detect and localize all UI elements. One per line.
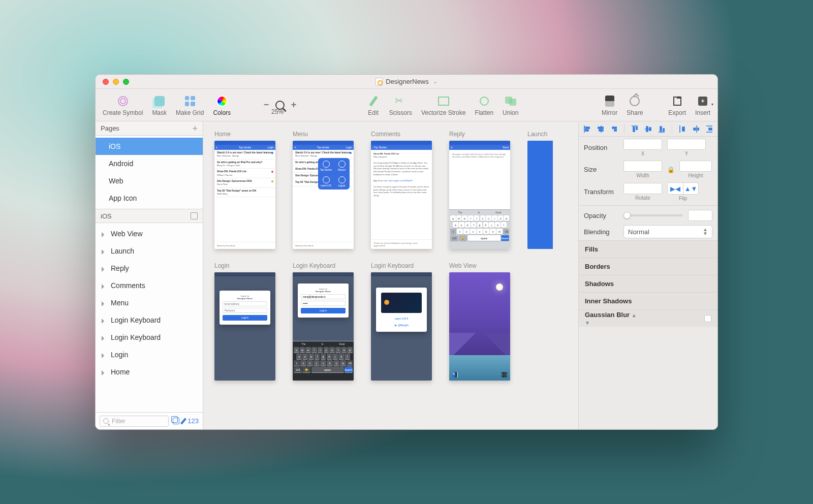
position-y-input[interactable] [667, 139, 706, 150]
borders-section[interactable]: Borders [579, 258, 717, 275]
layer-item[interactable]: Reply [96, 260, 203, 277]
layer-item[interactable]: Home [96, 363, 203, 381]
edit-button[interactable]: Edit [367, 94, 380, 116]
layer-item[interactable]: Menu [96, 294, 203, 311]
transform-label: Transform [584, 188, 618, 196]
artboard-web-view[interactable]: Web View ✕ ‹› [449, 262, 510, 381]
vectorize-button[interactable]: Vectorize Stroke [421, 94, 465, 116]
colors-button[interactable]: Colors [213, 94, 231, 116]
zoom-control: − + [261, 100, 299, 110]
artboard-label: Login [214, 262, 275, 269]
gaussian-blur-section[interactable]: Gaussian Blur ▲▼ [579, 309, 717, 327]
height-input[interactable] [679, 161, 712, 172]
distribute-v-spacing-icon[interactable] [693, 125, 699, 133]
position-x-input[interactable] [623, 139, 662, 150]
zoom-in-button[interactable]: + [289, 100, 299, 110]
inner-shadows-section[interactable]: Inner Shadows [579, 292, 717, 309]
opacity-slider[interactable] [623, 214, 683, 216]
zoom-percent[interactable]: 25% [271, 109, 284, 115]
artboard-label: Login Keyboard [293, 262, 354, 269]
zoom-out-button[interactable]: − [261, 100, 271, 110]
align-right-icon[interactable] [611, 125, 617, 133]
layer-item[interactable]: Web View [96, 225, 203, 242]
pencil-icon [369, 96, 378, 106]
svg-rect-23 [698, 128, 699, 130]
artboard-label: Login Keyboard [371, 262, 432, 269]
export-button[interactable]: Export [668, 94, 686, 116]
artboard-comments[interactable]: Comments ‹ Top Stories Show DN: Panda iO… [371, 131, 432, 249]
colors-icon [216, 96, 228, 107]
opacity-input[interactable] [688, 210, 712, 221]
flip-vertical-button[interactable]: ▲▼ [683, 183, 698, 194]
align-top-icon[interactable] [632, 125, 638, 133]
artboard-icon[interactable] [191, 212, 198, 219]
page-item-android[interactable]: Android [96, 155, 203, 172]
shadows-section[interactable]: Shadows [579, 275, 717, 292]
canvas[interactable]: Home ≡Top storiesLogin Sketch 3.4 is out… [203, 121, 578, 429]
page-item-app-icon[interactable]: App Icon [96, 190, 203, 207]
artboards-header: iOS [96, 209, 203, 223]
inspector-panel: Position X Y Size Width 🔒 Height Transfo… [578, 121, 717, 429]
document-title-text: DesignerNews [386, 78, 429, 85]
make-grid-button[interactable]: Make Grid [176, 94, 204, 116]
opacity-label: Opacity [584, 212, 618, 219]
flatten-button[interactable]: Flatten [475, 94, 493, 116]
add-page-button[interactable]: + [192, 124, 198, 133]
canvas-toggle-icon[interactable] [173, 418, 179, 424]
plus-icon [698, 97, 707, 106]
titlebar: DesignerNews ⌄ [96, 75, 717, 89]
align-center-h-icon[interactable] [597, 125, 603, 133]
filter-input[interactable]: Filter [100, 416, 169, 427]
share-button[interactable]: Share [627, 94, 643, 116]
page-list: iOS Android Web App Icon [96, 136, 203, 209]
flip-horizontal-button[interactable]: ▶◀ [668, 183, 683, 194]
artboard-home[interactable]: Home ≡Top storiesLogin Sketch 3.4 is out… [214, 131, 275, 249]
layer-item[interactable]: Login Keyboard [96, 329, 203, 346]
distribute-h-icon[interactable] [679, 125, 685, 133]
page-item-ios[interactable]: iOS [96, 138, 203, 155]
artboard-label: Comments [371, 131, 432, 138]
artboard-menu[interactable]: Menu ✕Top storiesLogin Sketch 3.4 is out… [293, 131, 354, 249]
distribute-v-icon[interactable] [706, 125, 712, 133]
document-title[interactable]: DesignerNews ⌄ [96, 78, 717, 86]
blending-label: Blending [584, 228, 618, 236]
search-icon [103, 418, 109, 424]
mirror-button[interactable]: Mirror [602, 94, 617, 116]
artboard-label: Menu [293, 131, 354, 138]
layer-item[interactable]: Login Keyboard [96, 311, 203, 329]
artboard-reply[interactable]: Reply ✕Send Designers should code becaus… [449, 131, 510, 249]
mask-button[interactable]: Mask [152, 94, 167, 116]
artboard-login[interactable]: Login Log in to Designer News Log in [214, 262, 275, 381]
left-sidebar: Pages + iOS Android Web App Icon iOS Web… [96, 121, 203, 429]
document-icon [376, 78, 383, 86]
blur-checkbox[interactable] [704, 315, 711, 322]
blending-dropdown[interactable]: Normal▲▼ [623, 225, 712, 238]
insert-button[interactable]: ▾Insert [695, 94, 710, 116]
svg-rect-11 [636, 127, 638, 130]
svg-rect-16 [660, 127, 662, 131]
artboard-login-keyboard-2[interactable]: Login Keyboard Learn iOS 9 🐦 @MengTo [371, 262, 432, 381]
artboard-label: Web View [449, 262, 510, 269]
align-bottom-icon[interactable] [659, 125, 665, 133]
svg-rect-2 [585, 130, 588, 131]
artboard-login-keyboard[interactable]: Login Keyboard Log in to Designer News L… [293, 262, 354, 381]
fills-section[interactable]: Fills [579, 240, 717, 258]
flip-control: ▶◀ ▲▼ [667, 182, 699, 195]
artboard-launch[interactable]: Launch [527, 131, 553, 249]
union-button[interactable]: Union [503, 94, 518, 116]
layer-item[interactable]: Comments [96, 277, 203, 294]
layer-item[interactable]: Login [96, 346, 203, 363]
login-password-input [301, 301, 346, 306]
layer-item[interactable]: Launch [96, 242, 203, 260]
lock-aspect-icon[interactable]: 🔒 [667, 166, 674, 173]
create-symbol-button[interactable]: Create Symbol [103, 94, 143, 116]
rotate-input[interactable] [623, 183, 662, 194]
width-input[interactable] [623, 161, 662, 172]
align-left-icon[interactable] [584, 125, 590, 133]
align-center-v-icon[interactable] [645, 125, 651, 133]
artboard-label: Launch [527, 131, 553, 138]
svg-rect-26 [709, 128, 712, 130]
edit-toggle-icon[interactable] [180, 418, 186, 424]
page-item-web[interactable]: Web [96, 172, 203, 190]
scissors-button[interactable]: ✂Scissors [389, 94, 412, 116]
